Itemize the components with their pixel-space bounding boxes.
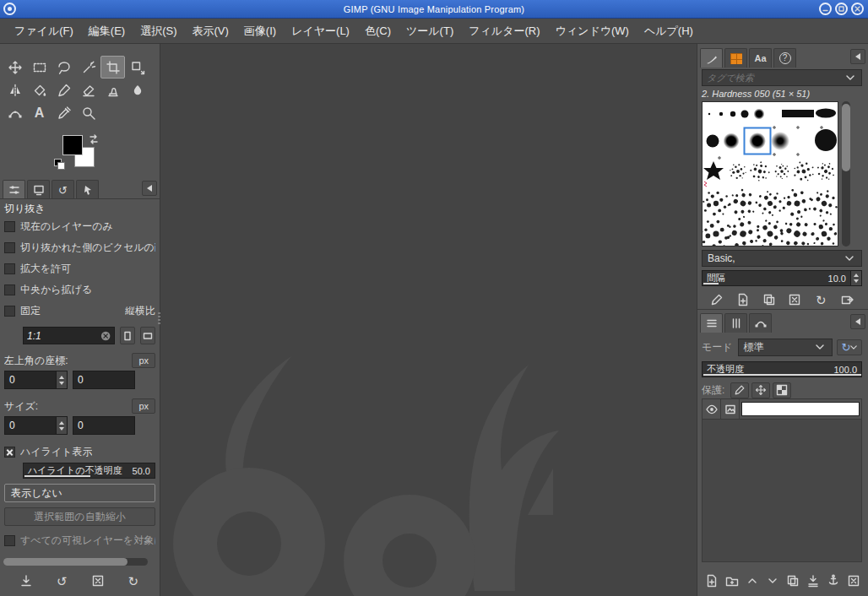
- move-tool-button[interactable]: [3, 56, 27, 79]
- portrait-orientation-button[interactable]: [120, 327, 135, 344]
- menu-view[interactable]: 表示(V): [185, 19, 236, 43]
- hscrollbar-thumb[interactable]: [3, 558, 127, 566]
- delete-brush-button[interactable]: [784, 290, 805, 309]
- clear-input-icon[interactable]: [100, 330, 111, 342]
- text-tool-button[interactable]: A: [27, 101, 52, 124]
- restore-tool-preset-button[interactable]: ↺: [51, 571, 73, 591]
- minimize-icon[interactable]: [819, 3, 832, 15]
- spinner-arrows-icon[interactable]: [851, 270, 862, 286]
- open-brush-as-image-button[interactable]: [837, 290, 857, 309]
- checkbox-checked[interactable]: [4, 447, 15, 458]
- delete-tool-preset-button[interactable]: [87, 571, 109, 591]
- option-allow-growing[interactable]: 拡大を許可: [3, 258, 157, 279]
- layer-row[interactable]: [703, 399, 861, 420]
- edit-brush-button[interactable]: [707, 290, 727, 309]
- refresh-brushes-button[interactable]: ↻: [811, 290, 831, 309]
- option-delete-cropped-pixels[interactable]: 切り抜かれた側のピクセルの削除: [3, 237, 157, 258]
- lock-position-button[interactable]: [751, 382, 770, 398]
- brush-tag-search[interactable]: [702, 69, 862, 86]
- canvas-area[interactable]: [160, 44, 697, 596]
- spinner-arrows-icon[interactable]: [57, 371, 68, 389]
- tab-tool-options[interactable]: [3, 180, 25, 199]
- chevron-down-icon[interactable]: [844, 71, 857, 84]
- layer-name-field[interactable]: [741, 402, 860, 416]
- menu-image[interactable]: 画像(I): [236, 19, 284, 43]
- layer-thumbnail-icon[interactable]: [721, 399, 740, 420]
- save-tool-preset-button[interactable]: [15, 571, 37, 591]
- tab-device-status[interactable]: [27, 180, 50, 199]
- brush-grid[interactable]: [702, 101, 838, 247]
- tab-channels[interactable]: [724, 313, 747, 333]
- transform-tool-button[interactable]: [125, 56, 149, 79]
- menu-windows[interactable]: ウィンドウ(W): [547, 19, 636, 43]
- size-y-spinner[interactable]: 0: [73, 416, 135, 435]
- spinner-arrows-icon[interactable]: [57, 416, 68, 435]
- option-current-layer-only[interactable]: 現在のレイヤーのみ: [3, 216, 157, 237]
- merge-layer-button[interactable]: [804, 571, 822, 591]
- paths-tool-button[interactable]: [3, 101, 27, 124]
- anchor-layer-button[interactable]: [824, 571, 843, 591]
- layer-opacity-slider[interactable]: 不透明度 100.0: [702, 361, 862, 377]
- brush-grid-vscrollbar[interactable]: [842, 101, 850, 247]
- tab-brushes[interactable]: [700, 48, 723, 68]
- aspect-ratio-dropdown[interactable]: 縦横比: [125, 304, 155, 318]
- raise-layer-button[interactable]: [743, 571, 762, 591]
- position-x-spinner[interactable]: 0: [4, 371, 68, 389]
- menu-layer[interactable]: レイヤー(L): [284, 19, 357, 43]
- maximize-icon[interactable]: [835, 3, 848, 15]
- tab-layers[interactable]: [700, 313, 723, 333]
- brush-tag-filter-dropdown[interactable]: Basic,: [702, 250, 862, 267]
- mode-switch-button[interactable]: ↻: [837, 339, 862, 355]
- checkbox[interactable]: [4, 306, 15, 317]
- window-app-icon[interactable]: [3, 3, 16, 15]
- checkbox[interactable]: [4, 221, 15, 232]
- tab-help[interactable]: ?: [773, 48, 796, 68]
- foreground-color-swatch[interactable]: [62, 135, 83, 155]
- layer-list[interactable]: [702, 398, 862, 562]
- menu-filters[interactable]: フィルター(R): [461, 19, 547, 43]
- titlebar[interactable]: GIMP (GNU Image Manipulation Program): [0, 0, 868, 19]
- menu-help[interactable]: ヘルプ(H): [637, 19, 701, 43]
- tab-paths[interactable]: [749, 313, 772, 333]
- option-shrink-merged[interactable]: すべての可視レイヤーを対象に: [3, 530, 157, 551]
- option-fixed[interactable]: 固定 縦横比: [3, 301, 157, 322]
- checkbox[interactable]: [4, 242, 15, 253]
- brush-spacing-slider[interactable]: 間隔 10.0: [702, 270, 851, 286]
- layer-mode-dropdown[interactable]: 標準: [738, 339, 833, 356]
- checkbox[interactable]: [4, 535, 15, 546]
- tool-options-hscrollbar[interactable]: [3, 558, 148, 566]
- size-x-spinner[interactable]: 0: [4, 416, 68, 435]
- position-y-spinner[interactable]: 0: [73, 371, 135, 389]
- tab-patterns[interactable]: [724, 48, 747, 68]
- tab-pointer[interactable]: [76, 180, 99, 199]
- color-picker-tool-button[interactable]: [52, 101, 76, 124]
- dock-menu-icon[interactable]: [850, 49, 865, 64]
- aspect-ratio-entry[interactable]: [23, 327, 115, 344]
- fuzzy-select-tool-button[interactable]: [76, 56, 100, 79]
- lock-pixels-button[interactable]: [730, 382, 749, 398]
- menu-colors[interactable]: 色(C): [357, 19, 399, 43]
- close-icon[interactable]: [851, 3, 864, 15]
- lock-alpha-button[interactable]: [773, 382, 791, 398]
- menu-edit[interactable]: 編集(E): [81, 19, 133, 43]
- smudge-tool-button[interactable]: [125, 79, 149, 101]
- paintbrush-tool-button[interactable]: [52, 79, 76, 101]
- auto-shrink-button[interactable]: 選択範囲の自動縮小: [4, 507, 155, 526]
- lower-layer-button[interactable]: [763, 571, 782, 591]
- tag-search-input[interactable]: [707, 73, 844, 83]
- tab-undo-history[interactable]: ↺: [52, 180, 74, 199]
- swap-colors-icon[interactable]: [88, 133, 100, 148]
- menu-select[interactable]: 選択(S): [133, 19, 184, 43]
- option-expand-from-center[interactable]: 中央から拡げる: [3, 279, 157, 301]
- aspect-ratio-input[interactable]: [27, 330, 100, 342]
- bucket-fill-tool-button[interactable]: [27, 79, 52, 101]
- zoom-tool-button[interactable]: [76, 101, 100, 124]
- duplicate-layer-button[interactable]: [784, 571, 802, 591]
- flip-tool-button[interactable]: [3, 79, 27, 101]
- position-unit-dropdown[interactable]: px: [132, 353, 155, 368]
- checkbox[interactable]: [4, 284, 15, 295]
- reset-tool-options-button[interactable]: ↻: [122, 571, 144, 591]
- new-layer-group-button[interactable]: [723, 571, 741, 591]
- checkbox[interactable]: [4, 263, 15, 274]
- new-brush-button[interactable]: [733, 290, 753, 309]
